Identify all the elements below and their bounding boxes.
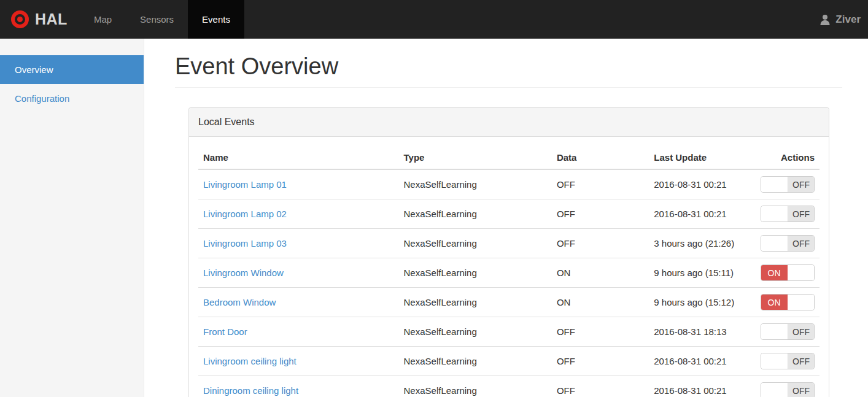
column-header-last-update: Last Update [649, 146, 756, 169]
column-header-name: Name [198, 146, 399, 169]
sidebar: OverviewConfiguration [0, 39, 144, 397]
event-last-update-cell: 9 hours ago (15:12) [649, 288, 756, 317]
event-actions-cell: OFF [756, 169, 820, 199]
event-link[interactable]: Diningroom ceiling light [203, 385, 298, 396]
toggle-handle [788, 265, 814, 280]
table-row: Livingroom ceiling lightNexaSelfLearning… [198, 347, 820, 376]
events-table: Name Type Data Last Update Actions Livin… [198, 146, 820, 397]
toggle-switch[interactable]: ON [761, 294, 815, 310]
event-actions-cell: ON [756, 288, 820, 317]
column-header-data: Data [552, 146, 649, 169]
bullseye-icon [11, 10, 29, 28]
toggle-off-label: OFF [788, 324, 814, 339]
toggle-switch[interactable]: OFF [761, 323, 815, 340]
event-link[interactable]: Livingroom Window [203, 268, 284, 278]
event-type-cell: NexaSelfLearning [399, 169, 552, 199]
event-type-cell: NexaSelfLearning [399, 288, 552, 317]
event-name-cell: Livingroom Lamp 01 [198, 169, 399, 199]
brand[interactable]: HAL [0, 0, 80, 39]
event-name-cell: Livingroom Lamp 03 [198, 229, 399, 258]
person-icon [819, 13, 831, 26]
toggle-handle [761, 177, 788, 192]
event-actions-cell: ON [756, 258, 820, 288]
panel-body: Name Type Data Last Update Actions Livin… [189, 137, 829, 397]
event-last-update-cell: 9 hours ago (15:11) [649, 258, 756, 288]
event-type-cell: NexaSelfLearning [399, 258, 552, 288]
event-link[interactable]: Front Door [203, 326, 247, 337]
event-actions-cell: OFF [756, 376, 820, 397]
nav-item-sensors[interactable]: Sensors [126, 0, 188, 39]
toggle-switch[interactable]: OFF [761, 206, 815, 222]
toggle-switch[interactable]: ON [761, 264, 815, 281]
event-link[interactable]: Livingroom Lamp 03 [203, 238, 287, 249]
navbar-menu: MapSensorsEvents [80, 0, 244, 39]
table-row: Diningroom ceiling lightNexaSelfLearning… [198, 376, 820, 397]
event-actions-cell: OFF [756, 317, 820, 347]
toggle-on-label: ON [761, 295, 788, 310]
toggle-handle [761, 383, 788, 397]
table-row: Front DoorNexaSelfLearningOFF2016-08-31 … [198, 317, 820, 347]
toggle-switch[interactable]: OFF [761, 235, 815, 252]
event-data-cell: OFF [552, 229, 649, 258]
page-title: Event Overview [175, 53, 842, 88]
event-name-cell: Front Door [198, 317, 399, 347]
toggle-off-label: OFF [788, 383, 814, 397]
nav-item-events[interactable]: Events [188, 0, 244, 39]
toggle-handle [788, 295, 814, 310]
event-last-update-cell: 3 hours ago (21:26) [649, 229, 756, 258]
table-row: Livingroom Lamp 03NexaSelfLearningOFF3 h… [198, 229, 820, 258]
event-data-cell: OFF [552, 376, 649, 397]
event-last-update-cell: 2016-08-31 00:21 [649, 169, 756, 199]
event-type-cell: NexaSelfLearning [399, 376, 552, 397]
toggle-on-label: ON [761, 265, 788, 280]
event-type-cell: NexaSelfLearning [399, 199, 552, 229]
event-last-update-cell: 2016-08-31 00:21 [649, 199, 756, 229]
toggle-off-label: OFF [788, 177, 814, 192]
toggle-handle [761, 324, 788, 339]
event-type-cell: NexaSelfLearning [399, 347, 552, 376]
event-link[interactable]: Livingroom Lamp 01 [203, 179, 287, 190]
event-link[interactable]: Livingroom ceiling light [203, 356, 296, 366]
event-data-cell: OFF [552, 169, 649, 199]
events-table-body: Livingroom Lamp 01NexaSelfLearningOFF201… [198, 169, 820, 397]
event-type-cell: NexaSelfLearning [399, 229, 552, 258]
nav-item-map[interactable]: Map [80, 0, 126, 39]
table-row: Bedroom WindowNexaSelfLearningON9 hours … [198, 288, 820, 317]
event-data-cell: ON [552, 258, 649, 288]
toggle-switch[interactable]: OFF [761, 353, 815, 369]
event-actions-cell: OFF [756, 347, 820, 376]
column-header-actions: Actions [756, 146, 820, 169]
toggle-off-label: OFF [788, 236, 814, 251]
toggle-off-label: OFF [788, 206, 814, 222]
toggle-handle [761, 206, 788, 222]
event-actions-cell: OFF [756, 229, 820, 258]
sidebar-item-configuration[interactable]: Configuration [0, 84, 144, 113]
event-last-update-cell: 2016-08-31 18:13 [649, 317, 756, 347]
table-header-row: Name Type Data Last Update Actions [198, 146, 820, 169]
table-row: Livingroom WindowNexaSelfLearningON9 hou… [198, 258, 820, 288]
user-menu[interactable]: Ziver [819, 0, 868, 39]
event-data-cell: OFF [552, 317, 649, 347]
column-header-type: Type [399, 146, 552, 169]
event-type-cell: NexaSelfLearning [399, 317, 552, 347]
event-last-update-cell: 2016-08-31 00:21 [649, 376, 756, 397]
event-actions-cell: OFF [756, 199, 820, 229]
table-row: Livingroom Lamp 02NexaSelfLearningOFF201… [198, 199, 820, 229]
event-name-cell: Livingroom Window [198, 258, 399, 288]
top-navbar: HAL MapSensorsEvents Ziver [0, 0, 868, 39]
toggle-switch[interactable]: OFF [761, 176, 815, 193]
sidebar-item-overview[interactable]: Overview [0, 55, 144, 84]
toggle-handle [761, 236, 788, 251]
table-row: Livingroom Lamp 01NexaSelfLearningOFF201… [198, 169, 820, 199]
toggle-switch[interactable]: OFF [761, 382, 815, 397]
event-data-cell: ON [552, 288, 649, 317]
brand-label: HAL [35, 10, 68, 28]
event-data-cell: OFF [552, 199, 649, 229]
event-name-cell: Diningroom ceiling light [198, 376, 399, 397]
event-last-update-cell: 2016-08-31 00:21 [649, 347, 756, 376]
event-data-cell: OFF [552, 347, 649, 376]
toggle-handle [761, 353, 788, 369]
event-link[interactable]: Livingroom Lamp 02 [203, 209, 287, 219]
user-name: Ziver [835, 13, 861, 26]
event-link[interactable]: Bedroom Window [203, 297, 276, 307]
